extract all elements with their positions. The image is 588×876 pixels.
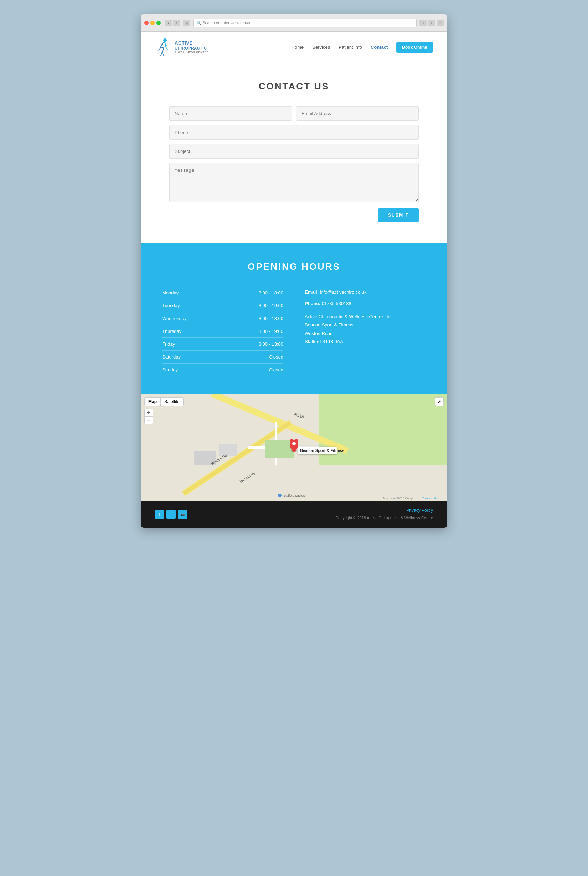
nav-home[interactable]: Home bbox=[291, 45, 304, 50]
subject-input[interactable] bbox=[169, 144, 419, 159]
zoom-in-button[interactable]: + bbox=[145, 409, 153, 416]
address-block: Active Chiropractic & Wellness Centre Lt… bbox=[305, 312, 426, 346]
email-label: Email: bbox=[305, 290, 319, 295]
browser-chrome: ‹ › ⊞ 🔍 Search or enter website name ⬆ +… bbox=[141, 14, 447, 32]
back-button[interactable]: ‹ bbox=[165, 20, 172, 26]
twitter-icon[interactable]: t bbox=[166, 510, 176, 519]
nav-services[interactable]: Services bbox=[312, 45, 330, 50]
svg-text:Terms of Use: Terms of Use bbox=[422, 496, 440, 500]
logo-line1: ACTIVE bbox=[175, 40, 209, 46]
forward-button[interactable]: › bbox=[173, 20, 180, 26]
message-row bbox=[169, 163, 419, 202]
hours-table: Monday 8:00 - 18:00 Tuesday 8:00 - 19:00… bbox=[162, 286, 283, 376]
browser-actions: ⬆ + ≡ bbox=[420, 20, 444, 26]
name-email-row bbox=[169, 106, 419, 121]
site-header: ACTIVE CHIROPRACTIC & WELLNESS CENTRE Ho… bbox=[141, 32, 447, 63]
zoom-controls: + − bbox=[144, 409, 153, 424]
submit-row: SUBMIT bbox=[169, 208, 419, 222]
social-icons: f t 📷 bbox=[155, 510, 187, 519]
time-friday: 8:00 - 13:00 bbox=[259, 341, 283, 347]
minimize-dot[interactable] bbox=[150, 21, 154, 25]
day-friday: Friday bbox=[162, 341, 175, 347]
instagram-icon[interactable]: 📷 bbox=[178, 510, 187, 519]
logo-line3: & WELLNESS CENTRE bbox=[175, 51, 209, 54]
name-input[interactable] bbox=[169, 106, 292, 121]
hours-row: Monday 8:00 - 18:00 bbox=[162, 286, 283, 299]
hours-row: Saturday Closed bbox=[162, 351, 283, 363]
footer-right: Privacy Policy Copyright © 2018 Active C… bbox=[335, 508, 433, 520]
phone-label: Phone: bbox=[305, 301, 320, 306]
time-saturday: Closed bbox=[269, 354, 283, 360]
svg-text:Beacon Sport & Fitness: Beacon Sport & Fitness bbox=[300, 448, 344, 453]
nav-contact[interactable]: Contact bbox=[370, 45, 388, 50]
address-line4: Stafford ST18 0AA bbox=[305, 338, 426, 346]
opening-content: Monday 8:00 - 18:00 Tuesday 8:00 - 19:00… bbox=[162, 286, 426, 376]
map-fullscreen-button[interactable]: ⤢ bbox=[435, 398, 444, 406]
time-monday: 8:00 - 18:00 bbox=[259, 290, 283, 296]
more-button[interactable]: ≡ bbox=[436, 20, 444, 26]
day-monday: Monday bbox=[162, 290, 178, 296]
site-footer: f t 📷 Privacy Policy Copyright © 2018 Ac… bbox=[141, 501, 447, 528]
zoom-out-button[interactable]: − bbox=[145, 416, 153, 424]
contact-title: CONTACT US bbox=[169, 81, 419, 92]
svg-point-0 bbox=[163, 39, 167, 42]
map-tabs: Map Satellite bbox=[144, 398, 183, 406]
contact-section: CONTACT US SUBMIT bbox=[141, 63, 447, 243]
time-thursday: 8:00 - 19:00 bbox=[259, 328, 283, 334]
map-section[interactable]: A518 Weston Rd Weston Rd Beacon Sport & … bbox=[141, 394, 447, 501]
privacy-policy-link[interactable]: Privacy Policy bbox=[335, 508, 433, 513]
submit-button[interactable]: SUBMIT bbox=[378, 208, 419, 222]
phone-info: Phone: 01785 530188 bbox=[305, 300, 426, 307]
page-content: ACTIVE CHIROPRACTIC & WELLNESS CENTRE Ho… bbox=[141, 32, 447, 528]
tab-icon[interactable]: ⊞ bbox=[183, 20, 190, 26]
hours-row: Thursday 8:00 - 19:00 bbox=[162, 325, 283, 338]
hours-row: Wednesday 8:00 - 13:00 bbox=[162, 312, 283, 325]
logo-icon bbox=[155, 38, 171, 57]
logo-text: ACTIVE CHIROPRACTIC & WELLNESS CENTRE bbox=[175, 40, 209, 54]
copyright-text: Copyright © 2018 Active Chiropractic & W… bbox=[335, 516, 433, 520]
nav-patient-info[interactable]: Patient Info bbox=[339, 45, 362, 50]
map-controls: Map Satellite + − bbox=[144, 398, 183, 424]
svg-text:Map data ©2018 Google: Map data ©2018 Google bbox=[383, 496, 414, 500]
book-online-button[interactable]: Book Online bbox=[396, 42, 433, 53]
svg-rect-3 bbox=[266, 440, 294, 458]
facebook-icon[interactable]: f bbox=[155, 510, 164, 519]
browser-window: ‹ › ⊞ 🔍 Search or enter website name ⬆ +… bbox=[141, 14, 447, 528]
phone-value: 01785 530188 bbox=[322, 301, 351, 306]
phone-input[interactable] bbox=[169, 125, 419, 140]
svg-point-10 bbox=[292, 442, 296, 446]
svg-rect-2 bbox=[319, 394, 447, 465]
day-saturday: Saturday bbox=[162, 354, 181, 360]
svg-point-13 bbox=[278, 494, 282, 497]
message-textarea[interactable] bbox=[169, 163, 419, 202]
address-line1: Active Chiropractic & Wellness Centre Lt… bbox=[305, 312, 426, 321]
hours-row: Tuesday 8:00 - 19:00 bbox=[162, 299, 283, 312]
day-tuesday: Tuesday bbox=[162, 303, 180, 308]
opening-section: OPENING HOURS Monday 8:00 - 18:00 Tuesda… bbox=[141, 243, 447, 394]
address-line2: Beacon Sport & Fitness bbox=[305, 321, 426, 329]
browser-dots bbox=[144, 21, 161, 25]
day-thursday: Thursday bbox=[162, 328, 182, 334]
bookmark-button[interactable]: + bbox=[428, 20, 435, 26]
map-background: A518 Weston Rd Weston Rd Beacon Sport & … bbox=[141, 394, 447, 501]
address-bar[interactable]: 🔍 Search or enter website name bbox=[193, 18, 417, 27]
logo-area: ACTIVE CHIROPRACTIC & WELLNESS CENTRE bbox=[155, 38, 209, 57]
close-dot[interactable] bbox=[144, 21, 148, 25]
subject-row bbox=[169, 144, 419, 159]
time-tuesday: 8:00 - 19:00 bbox=[259, 303, 283, 308]
opening-hours-title: OPENING HOURS bbox=[162, 261, 426, 272]
map-tab-map[interactable]: Map bbox=[145, 398, 160, 406]
share-button[interactable]: ⬆ bbox=[420, 20, 427, 26]
email-input[interactable] bbox=[296, 106, 419, 121]
hours-row: Sunday Closed bbox=[162, 363, 283, 376]
time-wednesday: 8:00 - 13:00 bbox=[259, 316, 283, 321]
svg-rect-5 bbox=[219, 444, 237, 456]
map-tab-satellite[interactable]: Satellite bbox=[160, 398, 183, 406]
browser-nav: ‹ › bbox=[165, 20, 180, 26]
logo-line2: CHIROPRACTIC bbox=[175, 46, 209, 51]
email-info: Email: info@activechiro.co.uk bbox=[305, 289, 426, 296]
email-value: info@activechiro.co.uk bbox=[320, 290, 367, 295]
search-icon: 🔍 bbox=[196, 21, 201, 25]
contact-info: Email: info@activechiro.co.uk Phone: 017… bbox=[305, 286, 426, 376]
maximize-dot[interactable] bbox=[156, 21, 161, 25]
